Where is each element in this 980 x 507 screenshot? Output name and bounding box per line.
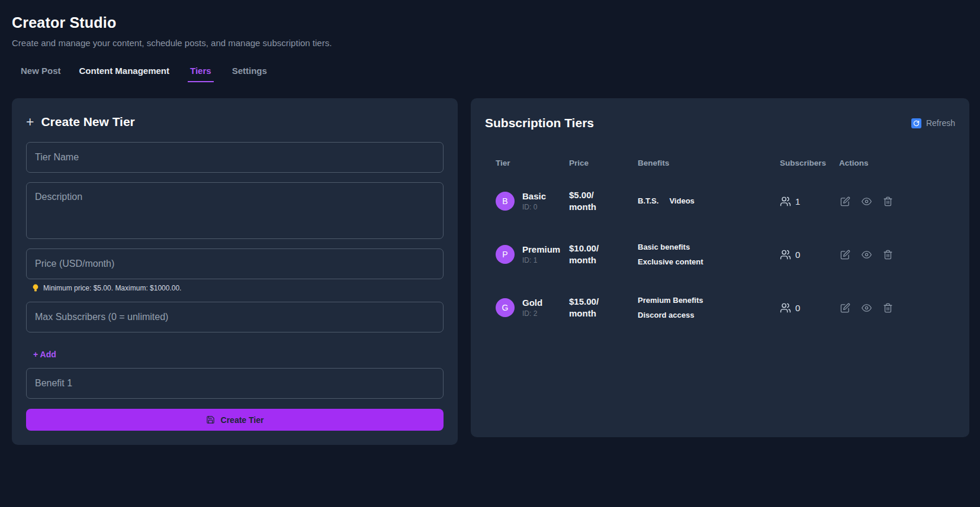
price-hint: Minimum price: $5.00. Maximum: $1000.00. (32, 284, 444, 292)
trash-icon[interactable] (883, 250, 893, 260)
table-row: G Gold ID: 2 $15.00/ month Premium Benef… (485, 288, 955, 327)
description-input[interactable] (26, 182, 444, 239)
subscriber-count: 0 (795, 250, 800, 260)
avatar: G (496, 298, 515, 317)
avatar: P (496, 245, 515, 264)
benefits-cell: B.T.S. Videos (627, 196, 769, 206)
tier-id: ID: 1 (522, 256, 560, 264)
create-tier-heading: Create New Tier (26, 115, 444, 129)
trash-icon[interactable] (883, 196, 893, 206)
subscription-tiers-title: Subscription Tiers (485, 116, 594, 130)
eye-icon[interactable] (862, 196, 872, 206)
column-tier: Tier (485, 159, 558, 167)
column-actions: Actions (828, 159, 955, 167)
subscribers-cell: 1 (769, 196, 828, 207)
tier-name-input[interactable] (26, 142, 444, 173)
tier-name: Premium (522, 244, 560, 256)
table-row: P Premium ID: 1 $10.00/ month Basic bene… (485, 235, 955, 274)
tab-new-post[interactable]: New Post (21, 66, 61, 82)
max-subscribers-input[interactable] (26, 302, 444, 332)
refresh-button[interactable]: Refresh (911, 118, 955, 128)
actions-cell (828, 303, 955, 313)
tier-name: Basic (522, 191, 546, 202)
subscribers-cell: 0 (769, 302, 828, 314)
tier-id: ID: 2 (522, 309, 542, 318)
tier-name: Gold (522, 298, 542, 309)
edit-icon[interactable] (840, 196, 850, 206)
add-benefit-button[interactable]: + Add (33, 350, 56, 359)
tab-settings[interactable]: Settings (232, 66, 267, 82)
subscriber-count: 0 (795, 303, 800, 313)
tab-bar: New Post Content Management Tiers Settin… (12, 66, 969, 82)
subscription-tiers-header: Subscription Tiers Refresh (485, 116, 955, 130)
benefit-badge: Basic benefits (638, 243, 690, 252)
refresh-icon (911, 118, 921, 128)
edit-icon[interactable] (840, 250, 850, 260)
table-row: B Basic ID: 0 $5.00/ month B.T.S. Videos (485, 182, 955, 221)
avatar: B (496, 192, 515, 211)
price-hint-text: Minimum price: $5.00. Maximum: $1000.00. (43, 284, 181, 292)
users-icon (780, 302, 791, 314)
users-icon (780, 249, 791, 260)
subscriber-count: 1 (795, 196, 800, 206)
benefit-badge: Premium Benefits (638, 296, 703, 305)
eye-icon[interactable] (862, 250, 872, 260)
actions-cell (828, 250, 955, 260)
tier-cell: B Basic ID: 0 (485, 191, 558, 212)
benefits-cell: Basic benefits Exclusive content (627, 243, 769, 266)
tiers-table: Tier Price Benefits Subscribers Actions … (485, 159, 955, 327)
lightbulb-icon (32, 284, 39, 292)
benefit-badge: Discord access (638, 311, 694, 320)
main-content: Create New Tier Minimum price: $5.00. Ma… (12, 98, 969, 445)
page-subtitle: Create and manage your content, schedule… (12, 38, 969, 48)
subscribers-cell: 0 (769, 249, 828, 260)
actions-cell (828, 196, 955, 206)
users-icon (780, 196, 791, 207)
subscription-tiers-panel: Subscription Tiers Refresh Tier Price B (471, 98, 969, 437)
benefits-cell: Premium Benefits Discord access (627, 296, 769, 319)
edit-icon[interactable] (840, 303, 850, 313)
column-price: Price (558, 159, 627, 167)
create-tier-panel: Create New Tier Minimum price: $5.00. Ma… (12, 98, 458, 445)
trash-icon[interactable] (883, 303, 893, 313)
price-cell: $5.00/ month (558, 189, 627, 214)
tab-content-management[interactable]: Content Management (79, 66, 170, 82)
price-cell: $15.00/ month (558, 296, 627, 320)
create-tier-button[interactable]: Create Tier (26, 409, 444, 431)
benefit-badge: Exclusive content (638, 257, 703, 267)
benefit-badge: Videos (669, 196, 694, 206)
tier-cell: P Premium ID: 1 (485, 244, 558, 265)
create-tier-button-label: Create Tier (221, 415, 264, 425)
creator-studio-page: Creator Studio Create and manage your co… (0, 0, 980, 445)
column-benefits: Benefits (627, 159, 769, 167)
tier-id: ID: 0 (522, 203, 546, 211)
tab-tiers[interactable]: Tiers (188, 66, 214, 82)
save-icon (206, 415, 215, 424)
page-title: Creator Studio (12, 14, 969, 31)
price-cell: $10.00/ month (558, 243, 627, 267)
eye-icon[interactable] (862, 303, 872, 313)
create-tier-title: Create New Tier (41, 115, 134, 129)
price-input[interactable] (26, 248, 444, 279)
column-subscribers: Subscribers (769, 159, 828, 167)
tiers-table-header: Tier Price Benefits Subscribers Actions (485, 159, 955, 167)
tier-cell: G Gold ID: 2 (485, 298, 558, 318)
plus-icon (26, 115, 34, 129)
refresh-label: Refresh (926, 118, 955, 128)
benefit-1-input[interactable] (26, 368, 444, 399)
benefit-badge: B.T.S. (638, 196, 658, 206)
